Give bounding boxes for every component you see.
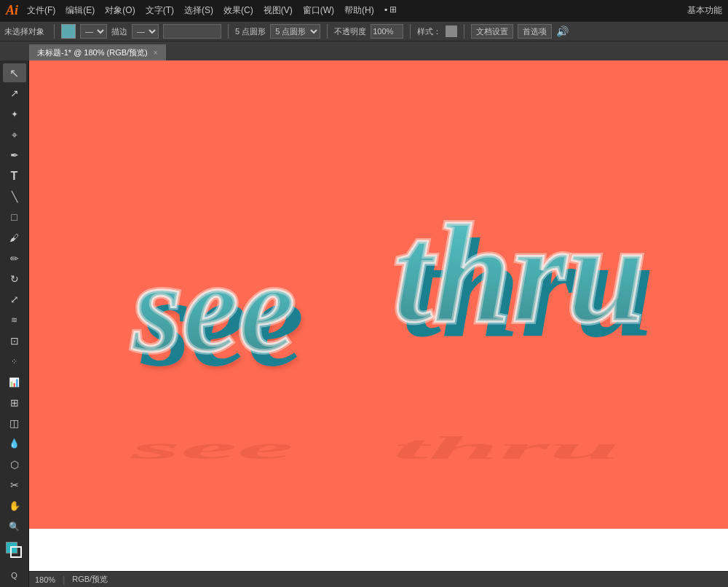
pen-icon: ✒ (10, 149, 19, 161)
stroke-select[interactable]: — (80, 24, 107, 39)
status-zoom: 180% (35, 575, 55, 584)
fill-color[interactable] (61, 24, 76, 39)
direct-selection-tool[interactable]: ↗ (3, 84, 26, 103)
stroke-width-input[interactable] (163, 24, 221, 39)
tabbar: 未标题-1* @ 180% (RGB/预览) × (0, 42, 728, 60)
rotate-tool[interactable]: ↻ (3, 269, 26, 288)
fill-stroke-indicator[interactable] (6, 542, 23, 559)
selection-icon: ↖ (9, 66, 19, 80)
titlebar-right: 基本功能 (687, 4, 722, 17)
eyedropper-tool[interactable]: 💧 (3, 434, 26, 453)
selection-tool[interactable]: ↖ (3, 63, 26, 82)
lasso-tool[interactable]: ⌖ (3, 125, 26, 144)
tab-title: 未标题-1* @ 180% (RGB/预览) (37, 47, 148, 58)
svg-text:see: see (130, 430, 294, 466)
warp-icon: ≋ (11, 315, 17, 325)
menu-file[interactable]: 文件(F) (27, 4, 55, 17)
point-select[interactable]: 5 点圆形 (270, 24, 320, 39)
blend-icon: ⬡ (10, 459, 19, 470)
menu-edit[interactable]: 编辑(E) (66, 4, 95, 17)
warp-tool[interactable]: ≋ (3, 311, 26, 330)
divider-4 (410, 24, 411, 39)
bottom-tools: Q (3, 564, 26, 587)
free-transform-icon: ⊡ (10, 335, 19, 347)
menu-effect[interactable]: 效果(C) (223, 4, 253, 17)
document-canvas: see thru see thru see thru see thru see (29, 60, 728, 529)
direct-selection-icon: ↗ (10, 87, 19, 99)
opacity-input[interactable] (371, 24, 403, 39)
status-divider: | (63, 575, 65, 585)
svg-text:thru: thru (393, 194, 646, 352)
menu-help[interactable]: 帮助(H) (344, 4, 374, 17)
type-icon: T (11, 170, 18, 183)
menu-select[interactable]: 选择(S) (184, 4, 213, 17)
stroke-swatch (10, 546, 22, 558)
scale-tool[interactable]: ⤢ (3, 290, 26, 309)
symbol-sprayer-icon: ⁘ (11, 357, 17, 366)
mesh-tool[interactable]: ⊞ (3, 393, 26, 412)
gradient-icon: ◫ (9, 417, 19, 429)
rectangle-tool[interactable]: □ (3, 208, 26, 226)
ai-logo: Ai (6, 3, 18, 18)
opacity-label: 不透明度 (334, 26, 366, 37)
paintbrush-tool[interactable]: 🖌 (3, 228, 26, 247)
toolbar: 未选择对象 — 描边 — 5 点圆形 5 点圆形 不透明度 样式： 文档设置 首… (0, 21, 728, 42)
hand-icon: ✋ (9, 500, 20, 511)
zoom-percent-tool[interactable]: Q (3, 564, 26, 587)
menu-view[interactable]: 视图(V) (264, 4, 293, 17)
free-transform-tool[interactable]: ⊡ (3, 331, 26, 350)
scissors-icon: ✂ (10, 479, 19, 491)
doc-settings-button[interactable]: 文档设置 (471, 24, 513, 39)
title-bar: Ai 文件(F) 编辑(E) 对象(O) 文字(T) 选择(S) 效果(C) 视… (0, 0, 728, 21)
divider-2 (228, 24, 229, 39)
divider-1 (54, 24, 55, 39)
stroke-style-select[interactable]: — (132, 24, 159, 39)
color-swatches (6, 542, 23, 559)
eyedropper-icon: 💧 (9, 438, 20, 449)
canvas-area[interactable]: see thru see thru see thru see thru see (29, 60, 728, 587)
zoom-tool[interactable]: 🔍 (3, 517, 26, 536)
speaker-icon[interactable]: 🔊 (556, 25, 569, 37)
hand-tool[interactable]: ✋ (3, 496, 26, 515)
style-color[interactable] (446, 25, 457, 37)
magic-wand-tool[interactable]: ✦ (3, 105, 26, 124)
menu-extra[interactable]: ▪ ⊞ (384, 4, 397, 17)
pencil-tool[interactable]: ✏ (3, 249, 26, 268)
type-tool[interactable]: T (3, 166, 26, 185)
scissors-tool[interactable]: ✂ (3, 476, 26, 495)
status-bar: 180% | RGB/预览 (29, 571, 728, 587)
zoom-icon: 🔍 (9, 521, 20, 532)
pen-tool[interactable]: ✒ (3, 146, 26, 165)
toolbox: ↖ ↗ ✦ ⌖ ✒ T ╲ □ 🖌 ✏ ↻ ⤢ (0, 60, 29, 587)
titlebar-left: Ai 文件(F) 编辑(E) 对象(O) 文字(T) 选择(S) 效果(C) 视… (6, 3, 397, 18)
blend-tool[interactable]: ⬡ (3, 455, 26, 474)
line-icon: ╲ (12, 191, 17, 202)
magic-wand-icon: ✦ (11, 109, 18, 119)
menu-window[interactable]: 窗口(W) (303, 4, 334, 17)
paintbrush-icon: 🖌 (9, 232, 19, 243)
artwork-svg: see thru see thru see thru see thru see (29, 60, 728, 468)
divider-3 (327, 24, 328, 39)
selection-label: 未选择对象 (4, 26, 44, 37)
gradient-tool[interactable]: ◫ (3, 414, 26, 433)
preferences-button[interactable]: 首选项 (518, 24, 552, 39)
lasso-icon: ⌖ (12, 129, 17, 141)
column-graph-icon: 📊 (9, 377, 20, 387)
main-area: ↖ ↗ ✦ ⌖ ✒ T ╲ □ 🖌 ✏ ↻ ⤢ (0, 60, 728, 587)
menu-bar: 文件(F) 编辑(E) 对象(O) 文字(T) 选择(S) 效果(C) 视图(V… (27, 4, 397, 17)
document-tab[interactable]: 未标题-1* @ 180% (RGB/预览) × (29, 44, 166, 60)
rotate-icon: ↻ (10, 273, 19, 285)
symbol-sprayer-tool[interactable]: ⁘ (3, 352, 26, 371)
divider-5 (464, 24, 464, 39)
scale-icon: ⤢ (10, 294, 19, 305)
tab-close-button[interactable]: × (154, 49, 158, 57)
column-graph-tool[interactable]: 📊 (3, 372, 26, 391)
svg-text:thru: thru (393, 430, 620, 466)
style-label: 样式： (417, 26, 441, 37)
line-tool[interactable]: ╲ (3, 187, 26, 206)
stroke-label: 描边 (111, 26, 127, 37)
menu-text[interactable]: 文字(T) (146, 4, 174, 17)
svg-text:see: see (132, 237, 295, 378)
zoom-percent-label: Q (11, 571, 17, 580)
menu-object[interactable]: 对象(O) (105, 4, 135, 17)
